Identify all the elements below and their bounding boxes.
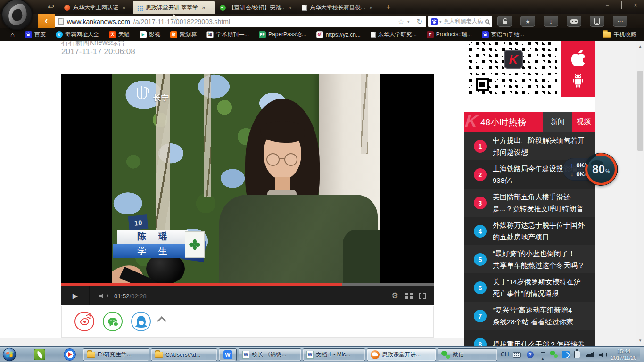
bookmark-star-icon[interactable]: ☆ <box>398 18 404 25</box>
journal-icon: 知 <box>206 31 214 38</box>
menu-button[interactable]: ⋯ <box>613 16 627 27</box>
bookmark-journal[interactable]: 知 学术期刊—... <box>206 31 249 39</box>
clipboard-tray-icon[interactable] <box>574 351 580 358</box>
collapse-chevron-icon[interactable] <box>157 316 166 326</box>
bookmark-english[interactable]: 英语句子结... <box>482 31 524 39</box>
taskbar-browser[interactable]: 思政课堂开讲... <box>367 348 436 361</box>
apple-icon[interactable] <box>570 48 586 68</box>
back-button[interactable]: ‹ <box>38 14 55 28</box>
favorites-button[interactable]: ★ <box>520 16 535 27</box>
page-scrollbar[interactable]: ▲ ▼ <box>636 41 644 346</box>
scroll-down-icon[interactable]: ▼ <box>636 338 644 343</box>
close-icon[interactable]: × <box>288 4 292 11</box>
boost-ball-widget[interactable]: 80 % <box>585 153 618 186</box>
media-player-icon[interactable] <box>64 348 76 361</box>
sync-tray-icon[interactable] <box>562 351 570 358</box>
share-qq-button[interactable] <box>131 312 151 331</box>
help-icon[interactable]: ? <box>527 351 534 358</box>
windows-logo-icon <box>2 347 17 362</box>
mobile-favorites[interactable]: 手机收藏 <box>603 31 636 39</box>
hidden-icons-chevron[interactable]: ▴ <box>539 349 546 362</box>
mobile-sync-button[interactable] <box>590 16 604 27</box>
wechat-tray-icon[interactable] <box>550 351 558 358</box>
close-icon[interactable]: × <box>122 4 126 11</box>
show-desktop-button[interactable] <box>640 347 644 362</box>
close-window-button[interactable]: × <box>631 2 640 9</box>
tab-current-article[interactable]: 思政课堂开讲 莘莘学 × <box>133 1 215 14</box>
hot-item-1[interactable]: 1 中方提出三阶段解决缅甸若开邦问题设想 <box>464 132 595 160</box>
skin-icon[interactable] <box>588 2 598 9</box>
bookmark-yz[interactable]: 研 https://yz.ch... <box>316 31 361 38</box>
fullscreen-icon[interactable] <box>419 293 426 299</box>
tab-dhu-president[interactable]: 东华大学校长蒋昌俊... × <box>298 1 379 14</box>
theater-mode-icon[interactable] <box>405 293 413 299</box>
volume-icon[interactable] <box>99 292 108 299</box>
hot-item-3[interactable]: 3 美国防部五角大楼手滑还是...？竟转发推文呼吁特朗普 <box>464 189 595 217</box>
tab-career-talk[interactable]: 【宣讲会/校招】安踏... × <box>216 1 297 14</box>
tab-dhu-auth[interactable]: 东华大学上网认证 × <box>60 1 132 14</box>
scroll-up-icon[interactable]: ▲ <box>636 44 644 49</box>
minimize-button[interactable]: − <box>603 2 612 9</box>
liebao-browser-logo-icon[interactable] <box>1 0 33 30</box>
taskbar-clock[interactable]: 15:44 2017/11/20 <box>608 348 639 361</box>
speaker-icon[interactable] <box>599 352 607 358</box>
hot-item-7[interactable]: 7 “复兴号”高速动车组新增4条线28个站 看看经过你家 <box>464 302 595 330</box>
hot-tab-news[interactable]: 新闻 <box>543 112 572 132</box>
channel-watermark: 长宁 <box>137 86 169 103</box>
hot-item-5[interactable]: 5 “最好骑”的小蓝也倒闭了！共享单车能熬过这个冬天吗？ <box>464 245 595 273</box>
play-button[interactable]: ▶ <box>61 286 90 305</box>
bookmark-baidu[interactable]: 百度 <box>25 31 46 39</box>
taskbar-folder-c[interactable]: C:\Users\Ad... <box>151 348 217 361</box>
bookmark-duba[interactable]: K 毒霸网址大全 <box>56 31 99 39</box>
bookmark-video[interactable]: ▶ 影视 <box>140 31 160 39</box>
downloads-button[interactable]: ↓ <box>544 16 558 27</box>
url-field[interactable]: www.kankanews.com /a/2017-11-17/00182290… <box>55 16 426 27</box>
search-box[interactable]: ▾ 意大利黑老大病死 <box>428 16 492 27</box>
knews-logo: K <box>504 50 523 69</box>
bookmark-paperpass[interactable]: PP PaperPass论... <box>259 31 306 39</box>
settings-gear-icon[interactable]: ⚙ <box>391 291 398 301</box>
taskbar-word-2[interactable]: W 文档 1 - Mic... <box>303 348 365 361</box>
hot-list-title: 48小时热榜 <box>480 116 526 129</box>
rank-badge: 6 <box>474 281 487 294</box>
refresh-icon[interactable]: ↻ <box>416 17 422 26</box>
bookmark-dhu-grad[interactable]: 东华大学研究... <box>371 31 417 39</box>
language-indicator[interactable]: CH <box>501 351 509 358</box>
hot-item-8[interactable]: 8 提拔重用什么干部？怎样培养 <box>464 330 595 346</box>
scrollbar-thumb[interactable] <box>637 71 643 151</box>
games-button[interactable] <box>567 16 581 27</box>
restore-button[interactable] <box>617 2 626 9</box>
network-signal-icon[interactable] <box>586 352 594 357</box>
bookmark-juhuasuan[interactable]: 聚 聚划算 <box>170 31 197 39</box>
hot-item-6[interactable]: 6 关于“14岁俄罗斯女模特在沪死亡事件”的情况通报 <box>464 273 595 302</box>
video-time: 01:52/02:28 <box>114 293 147 300</box>
taskbar-wechat[interactable]: 微信 <box>438 348 497 361</box>
android-icon[interactable] <box>570 73 586 90</box>
star-dropdown-icon[interactable]: ▾ <box>407 19 410 24</box>
home-icon[interactable]: ⌂ <box>10 31 15 39</box>
start-button[interactable] <box>2 347 17 362</box>
hot-tab-video[interactable]: 视频 <box>572 112 595 132</box>
security-lock-button[interactable] <box>497 16 512 27</box>
scene-number-plate: 10 <box>128 214 149 230</box>
video-frame[interactable]: 长宁 10 陈 瑶 学 生 <box>112 74 380 283</box>
baidu-paw-icon <box>482 31 489 38</box>
hot-item-4[interactable]: 4 外媒称万达急于脱手位于国外的五处房地产项目 <box>464 217 595 245</box>
scene-person-shoulder <box>343 230 380 283</box>
share-weibo-button[interactable] <box>74 312 94 331</box>
taskbar-word-1[interactable]: W 校长 《锦绣... <box>239 348 301 361</box>
new-tab-button[interactable]: + <box>383 2 394 12</box>
coreldraw-icon[interactable] <box>34 349 45 360</box>
bookmark-products[interactable]: T Products::瑞... <box>427 31 472 39</box>
search-icon[interactable] <box>485 19 489 24</box>
video-progress-bar[interactable] <box>61 283 434 286</box>
taskbar-wps[interactable]: W <box>219 348 237 361</box>
close-icon[interactable]: × <box>202 4 206 11</box>
taskbar-folder-f[interactable]: F:\研究生学... <box>83 348 149 361</box>
bookmark-tmall[interactable]: 天 天猫 <box>109 31 130 39</box>
share-wechat-button[interactable] <box>103 312 123 331</box>
search-engine-dropdown-icon[interactable]: ▾ <box>439 19 442 24</box>
close-icon[interactable]: × <box>369 4 373 11</box>
tab-history-back-icon[interactable]: ↩ <box>45 1 57 13</box>
keyboard-icon[interactable] <box>513 352 521 358</box>
